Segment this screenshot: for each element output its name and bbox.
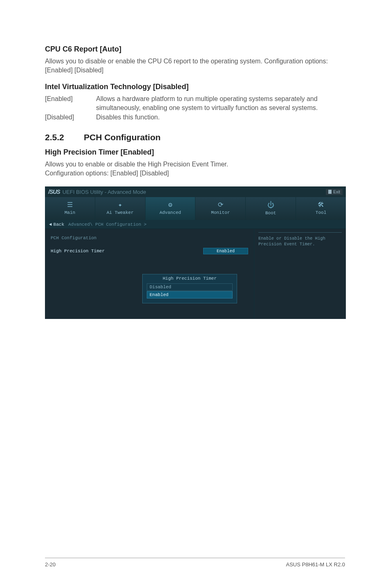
body-cpu-c6: Allows you to disable or enable the CPU … — [45, 57, 345, 74]
side-divider — [258, 232, 342, 233]
def-term: [Enabled] — [45, 94, 96, 112]
def-desc: Allows a hardware platform to run multip… — [96, 94, 345, 112]
body-hpt-2: Configuration options: [Enabled] [Disabl… — [45, 169, 345, 178]
back-label: Back — [54, 222, 64, 227]
heading-intel-vt: Intel Virtualization Technology [Disable… — [45, 83, 345, 91]
popup-title: High Precision Timer — [143, 274, 237, 283]
bios-screenshot: /SUS UEFI BIOS Utility - Advanced Mode E… — [45, 186, 346, 319]
tab-advanced[interactable]: ⚙ Advanced — [146, 197, 196, 220]
bios-titlebar: /SUS UEFI BIOS Utility - Advanced Mode E… — [45, 186, 346, 197]
body-hpt-1: Allows you to enable or disable the High… — [45, 160, 345, 169]
tab-monitor[interactable]: ⟳ Monitor — [195, 197, 246, 220]
setting-name: High Precision Timer — [51, 249, 203, 254]
bios-side-panel: Enable or Disable the High Precision Eve… — [254, 229, 346, 319]
bios-tabs: ☰ Main ✦ Ai Tweaker ⚙ Advanced ⟳ Monitor… — [45, 197, 346, 220]
help-text: Enable or Disable the High Precision Eve… — [258, 236, 342, 247]
popup-options: Disabled Enabled — [143, 283, 237, 303]
exit-icon — [328, 190, 332, 194]
def-row-disabled: [Disabled] Disables this function. — [45, 113, 345, 122]
back-button[interactable]: ◄ Back — [49, 222, 64, 227]
section-number: 2.5.2 — [45, 132, 84, 142]
bios-title-text: UEFI BIOS Utility - Advanced Mode — [63, 189, 146, 195]
heading-hpt: High Precision Timer [Enabled] — [45, 148, 345, 157]
bios-title-left: /SUS UEFI BIOS Utility - Advanced Mode — [48, 189, 146, 195]
options-popup: High Precision Timer Disabled Enabled — [142, 274, 237, 303]
list-icon: ☰ — [67, 202, 73, 209]
popup-option-enabled[interactable]: Enabled — [147, 291, 233, 298]
tab-main[interactable]: ☰ Main — [45, 197, 95, 220]
tab-label: Main — [65, 210, 75, 215]
section-heading-pch: 2.5.2PCH Configuration — [45, 132, 345, 142]
asus-logo: /SUS — [48, 189, 60, 195]
tab-label: Boot — [265, 211, 276, 215]
def-term: [Disabled] — [45, 113, 96, 122]
back-arrow-icon: ◄ — [49, 222, 52, 227]
product-name: ASUS P8H61-M LX R2.0 — [286, 561, 345, 568]
heading-cpu-c6: CPU C6 Report [Auto] — [45, 45, 345, 54]
bios-body: PCH Configuration High Precision Timer E… — [45, 229, 346, 319]
chip-icon: ⚙ — [168, 202, 173, 209]
bios-main-panel: PCH Configuration High Precision Timer E… — [45, 229, 254, 319]
bios-breadcrumb-row: ◄ Back Advanced\ PCH Configuration > — [45, 220, 346, 229]
tab-label: Ai Tweaker — [107, 210, 134, 215]
section-title: PCH Configuration — [84, 132, 161, 142]
tab-ai-tweaker[interactable]: ✦ Ai Tweaker — [95, 197, 146, 220]
exit-button[interactable]: Exit — [326, 189, 343, 195]
tool-icon: 🛠 — [318, 202, 324, 209]
tab-boot[interactable]: ⏻ Boot — [246, 197, 296, 220]
setting-row-hpt[interactable]: High Precision Timer Enabled — [51, 248, 248, 254]
fan-icon: ⟳ — [218, 202, 223, 209]
tab-tool[interactable]: 🛠 Tool — [296, 197, 346, 220]
def-desc: Disables this function. — [96, 113, 345, 122]
exit-label: Exit — [333, 190, 340, 194]
popup-option-disabled[interactable]: Disabled — [147, 283, 233, 291]
tab-label: Advanced — [159, 210, 181, 215]
setting-value[interactable]: Enabled — [203, 248, 248, 254]
panel-title: PCH Configuration — [51, 236, 248, 240]
power-icon: ⏻ — [267, 202, 274, 209]
tweaker-icon: ✦ — [118, 202, 122, 209]
def-row-enabled: [Enabled] Allows a hardware platform to … — [45, 94, 345, 112]
tab-label: Monitor — [211, 210, 230, 215]
page-footer: 2-20 ASUS P8H61-M LX R2.0 — [45, 558, 345, 568]
page-number: 2-20 — [45, 561, 56, 568]
tab-label: Tool — [316, 210, 326, 215]
breadcrumb: Advanced\ PCH Configuration > — [68, 222, 146, 227]
